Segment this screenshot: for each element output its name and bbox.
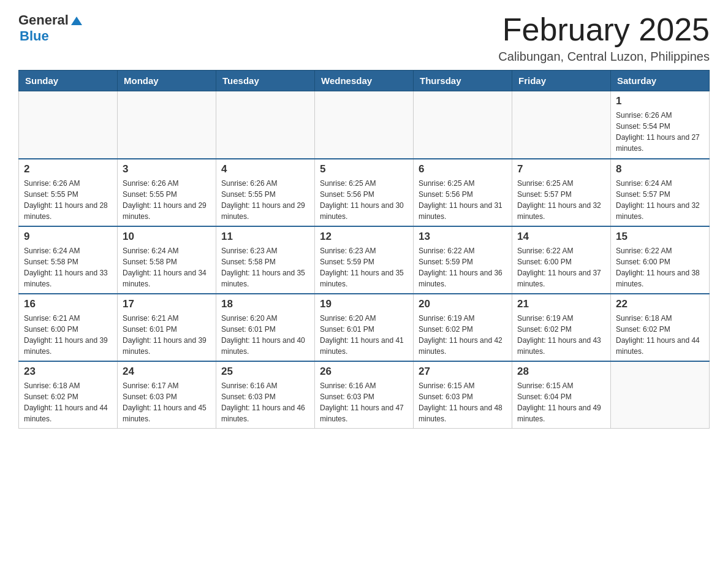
calendar-cell: 15Sunrise: 6:22 AMSunset: 6:00 PMDayligh…	[611, 226, 710, 294]
calendar-cell: 7Sunrise: 6:25 AMSunset: 5:57 PMDaylight…	[512, 159, 611, 226]
calendar-cell: 3Sunrise: 6:26 AMSunset: 5:55 PMDaylight…	[118, 159, 216, 226]
day-info: Sunrise: 6:17 AMSunset: 6:03 PMDaylight:…	[123, 380, 211, 424]
day-info: Sunrise: 6:19 AMSunset: 6:02 PMDaylight:…	[419, 313, 507, 357]
day-number: 27	[419, 366, 507, 378]
week-row-3: 9Sunrise: 6:24 AMSunset: 5:58 PMDaylight…	[19, 226, 710, 294]
column-header-thursday: Thursday	[414, 71, 512, 91]
calendar-cell: 14Sunrise: 6:22 AMSunset: 6:00 PMDayligh…	[512, 226, 611, 294]
day-info: Sunrise: 6:26 AMSunset: 5:55 PMDaylight:…	[221, 178, 309, 222]
calendar-cell	[118, 91, 216, 159]
day-number: 5	[320, 163, 408, 175]
day-number: 25	[221, 366, 309, 378]
calendar-cell: 2Sunrise: 6:26 AMSunset: 5:55 PMDaylight…	[19, 159, 118, 226]
week-row-2: 2Sunrise: 6:26 AMSunset: 5:55 PMDaylight…	[19, 159, 710, 226]
calendar-cell: 20Sunrise: 6:19 AMSunset: 6:02 PMDayligh…	[414, 294, 512, 361]
day-number: 24	[123, 366, 211, 378]
calendar-cell: 27Sunrise: 6:15 AMSunset: 6:03 PMDayligh…	[414, 361, 512, 429]
day-info: Sunrise: 6:25 AMSunset: 5:56 PMDaylight:…	[320, 178, 408, 222]
calendar-cell: 10Sunrise: 6:24 AMSunset: 5:58 PMDayligh…	[118, 226, 216, 294]
day-number: 22	[616, 298, 704, 310]
day-number: 14	[517, 231, 605, 243]
calendar-table: SundayMondayTuesdayWednesdayThursdayFrid…	[18, 70, 710, 429]
calendar-cell: 28Sunrise: 6:15 AMSunset: 6:04 PMDayligh…	[512, 361, 611, 429]
column-header-saturday: Saturday	[611, 71, 710, 91]
logo-blue-text: Blue	[20, 28, 49, 44]
logo: General Blue	[18, 12, 82, 44]
month-title: February 2025	[498, 12, 710, 47]
calendar-cell: 18Sunrise: 6:20 AMSunset: 6:01 PMDayligh…	[216, 294, 315, 361]
day-info: Sunrise: 6:20 AMSunset: 6:01 PMDaylight:…	[221, 313, 309, 357]
day-number: 28	[517, 366, 605, 378]
calendar-cell: 25Sunrise: 6:16 AMSunset: 6:03 PMDayligh…	[216, 361, 315, 429]
calendar-cell	[414, 91, 512, 159]
column-header-tuesday: Tuesday	[216, 71, 315, 91]
day-number: 17	[123, 298, 211, 310]
day-number: 10	[123, 231, 211, 243]
day-info: Sunrise: 6:22 AMSunset: 6:00 PMDaylight:…	[517, 245, 605, 289]
day-number: 26	[320, 366, 408, 378]
day-number: 16	[24, 298, 112, 310]
day-number: 15	[616, 231, 704, 243]
day-info: Sunrise: 6:24 AMSunset: 5:58 PMDaylight:…	[24, 245, 112, 289]
location-title: Calibungan, Central Luzon, Philippines	[498, 50, 710, 64]
column-header-wednesday: Wednesday	[315, 71, 414, 91]
day-number: 7	[517, 163, 605, 175]
calendar-cell: 23Sunrise: 6:18 AMSunset: 6:02 PMDayligh…	[19, 361, 118, 429]
week-row-1: 1Sunrise: 6:26 AMSunset: 5:54 PMDaylight…	[19, 91, 710, 159]
day-info: Sunrise: 6:26 AMSunset: 5:55 PMDaylight:…	[24, 178, 112, 222]
calendar-cell	[19, 91, 118, 159]
calendar-cell: 8Sunrise: 6:24 AMSunset: 5:57 PMDaylight…	[611, 159, 710, 226]
column-header-monday: Monday	[118, 71, 216, 91]
day-number: 12	[320, 231, 408, 243]
day-info: Sunrise: 6:21 AMSunset: 6:00 PMDaylight:…	[24, 313, 112, 357]
day-info: Sunrise: 6:15 AMSunset: 6:03 PMDaylight:…	[419, 380, 507, 424]
calendar-cell: 22Sunrise: 6:18 AMSunset: 6:02 PMDayligh…	[611, 294, 710, 361]
calendar-cell: 4Sunrise: 6:26 AMSunset: 5:55 PMDaylight…	[216, 159, 315, 226]
day-info: Sunrise: 6:18 AMSunset: 6:02 PMDaylight:…	[616, 313, 704, 357]
calendar-cell: 26Sunrise: 6:16 AMSunset: 6:03 PMDayligh…	[315, 361, 414, 429]
day-info: Sunrise: 6:24 AMSunset: 5:57 PMDaylight:…	[616, 178, 704, 222]
day-info: Sunrise: 6:26 AMSunset: 5:54 PMDaylight:…	[616, 110, 704, 154]
day-number: 3	[123, 163, 211, 175]
day-info: Sunrise: 6:21 AMSunset: 6:01 PMDaylight:…	[123, 313, 211, 357]
day-info: Sunrise: 6:23 AMSunset: 5:58 PMDaylight:…	[221, 245, 309, 289]
column-header-friday: Friday	[512, 71, 611, 91]
day-number: 9	[24, 231, 112, 243]
day-number: 21	[517, 298, 605, 310]
calendar-cell: 12Sunrise: 6:23 AMSunset: 5:59 PMDayligh…	[315, 226, 414, 294]
day-info: Sunrise: 6:15 AMSunset: 6:04 PMDaylight:…	[517, 380, 605, 424]
day-number: 4	[221, 163, 309, 175]
calendar-cell: 11Sunrise: 6:23 AMSunset: 5:58 PMDayligh…	[216, 226, 315, 294]
title-area: February 2025 Calibungan, Central Luzon,…	[498, 12, 710, 64]
day-number: 2	[24, 163, 112, 175]
day-info: Sunrise: 6:25 AMSunset: 5:56 PMDaylight:…	[419, 178, 507, 222]
page-header: General Blue February 2025 Calibungan, C…	[18, 12, 710, 64]
day-number: 11	[221, 231, 309, 243]
day-info: Sunrise: 6:16 AMSunset: 6:03 PMDaylight:…	[320, 380, 408, 424]
days-header-row: SundayMondayTuesdayWednesdayThursdayFrid…	[19, 71, 710, 91]
day-info: Sunrise: 6:22 AMSunset: 5:59 PMDaylight:…	[419, 245, 507, 289]
day-info: Sunrise: 6:26 AMSunset: 5:55 PMDaylight:…	[123, 178, 211, 222]
day-info: Sunrise: 6:22 AMSunset: 6:00 PMDaylight:…	[616, 245, 704, 289]
day-number: 1	[616, 95, 704, 107]
calendar-cell: 21Sunrise: 6:19 AMSunset: 6:02 PMDayligh…	[512, 294, 611, 361]
day-number: 23	[24, 366, 112, 378]
day-info: Sunrise: 6:24 AMSunset: 5:58 PMDaylight:…	[123, 245, 211, 289]
day-info: Sunrise: 6:25 AMSunset: 5:57 PMDaylight:…	[517, 178, 605, 222]
day-number: 8	[616, 163, 704, 175]
calendar-cell	[611, 361, 710, 429]
calendar-cell	[315, 91, 414, 159]
calendar-cell: 9Sunrise: 6:24 AMSunset: 5:58 PMDaylight…	[19, 226, 118, 294]
calendar-cell: 5Sunrise: 6:25 AMSunset: 5:56 PMDaylight…	[315, 159, 414, 226]
calendar-cell: 13Sunrise: 6:22 AMSunset: 5:59 PMDayligh…	[414, 226, 512, 294]
calendar-cell: 19Sunrise: 6:20 AMSunset: 6:01 PMDayligh…	[315, 294, 414, 361]
day-number: 19	[320, 298, 408, 310]
calendar-cell: 24Sunrise: 6:17 AMSunset: 6:03 PMDayligh…	[118, 361, 216, 429]
day-number: 13	[419, 231, 507, 243]
calendar-cell: 16Sunrise: 6:21 AMSunset: 6:00 PMDayligh…	[19, 294, 118, 361]
calendar-cell: 6Sunrise: 6:25 AMSunset: 5:56 PMDaylight…	[414, 159, 512, 226]
day-number: 20	[419, 298, 507, 310]
day-info: Sunrise: 6:16 AMSunset: 6:03 PMDaylight:…	[221, 380, 309, 424]
column-header-sunday: Sunday	[19, 71, 118, 91]
week-row-5: 23Sunrise: 6:18 AMSunset: 6:02 PMDayligh…	[19, 361, 710, 429]
